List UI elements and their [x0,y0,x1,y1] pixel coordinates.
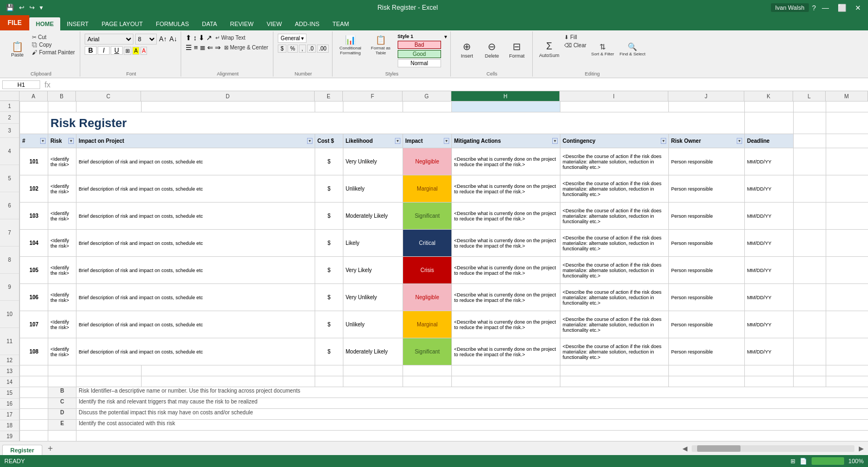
cell-cost-108[interactable]: $ [315,338,343,365]
formula-input[interactable] [55,81,866,88]
page-view-btn[interactable]: 📄 [800,458,807,465]
cell-c1[interactable] [76,102,142,112]
align-left-btn[interactable]: ☰ [186,43,192,52]
cell-l6[interactable] [794,203,826,230]
comma-btn[interactable]: , [299,45,306,53]
scroll-left-btn[interactable]: ◀ [680,445,690,452]
grid-scroll[interactable]: Risk Register # ▾ [20,101,868,441]
align-middle-btn[interactable]: ↕ [193,34,197,42]
cell-impact-level-106[interactable]: Negligible [403,284,452,311]
font-size-select[interactable]: 8 [135,34,157,45]
bad-style-btn[interactable]: Bad [398,41,441,49]
cell-likelihood-105[interactable]: Very Likely [343,257,403,284]
filter-impact-level-btn[interactable]: ▾ [444,138,449,144]
cell-h1[interactable] [452,102,560,112]
tab-formulas[interactable]: FORMULAS [149,17,195,30]
cell-contingency-107[interactable]: <Describe the course of action if the ri… [560,311,669,338]
number-format-dropdown[interactable]: General ▾ [278,34,307,43]
cell-num-108[interactable]: 108 [20,338,48,365]
cell-m3[interactable] [826,134,869,148]
border-btn[interactable]: ⊞ [124,47,131,55]
cell-mitigating-105[interactable]: <Describe what is currently done on the … [452,257,560,284]
cell-a18[interactable] [20,431,48,441]
cell-cost-104[interactable]: $ [315,230,343,257]
align-center-btn[interactable]: ≡ [194,43,198,52]
cell-risk-owner-102[interactable]: Person responsible [669,175,745,203]
col-header-e[interactable]: E [315,91,343,101]
cell-impact-level-108[interactable]: Significant [403,338,452,365]
cell-a2[interactable] [20,112,48,134]
header-deadline[interactable]: Deadline [745,134,794,148]
tab-page-layout[interactable]: PAGE LAYOUT [95,17,149,30]
merge-center-button[interactable]: ⊠ Merge & Center [222,44,270,51]
font-color-btn[interactable]: A [141,47,148,55]
cell-impact-level-103[interactable]: Significant [403,203,452,230]
filter-num-btn[interactable]: ▾ [40,138,46,144]
tab-review[interactable]: REVIEW [224,17,260,30]
cell-l7[interactable] [794,230,826,257]
copy-button[interactable]: ⿻ Copy [30,41,76,48]
cell-l11[interactable] [794,338,826,365]
cell-m11[interactable] [826,338,869,365]
cell-deadline-101[interactable]: MM/DD/YY [745,148,794,175]
close-btn[interactable]: ✕ [852,4,864,12]
cell-likelihood-108[interactable]: Moderately Likely [343,338,403,365]
cell-deadline-103[interactable]: MM/DD/YY [745,203,794,230]
styles-dropdown-btn[interactable]: ▾ [444,34,447,40]
cell-b1[interactable] [48,102,76,112]
cell-title[interactable]: Risk Register [48,112,745,134]
cell-k1[interactable] [745,102,794,112]
header-likelihood[interactable]: Likelihood ▾ [343,134,403,148]
col-header-g[interactable]: G [403,91,451,101]
col-header-j[interactable]: J [668,91,744,101]
add-sheet-btn[interactable]: + [43,442,57,455]
cell-risk-owner-108[interactable]: Person responsible [669,338,745,365]
cell-l1[interactable] [794,102,826,112]
cell-deadline-108[interactable]: MM/DD/YY [745,338,794,365]
cell-b17[interactable]: E [48,420,76,431]
paste-button[interactable]: 📋 Paste [5,34,29,65]
cell-impact-106[interactable]: Brief description of risk and impact on … [76,284,315,311]
cell-impact-level-101[interactable]: Negligible [403,148,452,175]
cell-c16-instr[interactable]: Discuss the potential impact this risk m… [76,409,869,420]
align-right-btn[interactable]: ≣ [200,43,206,52]
sheet-tab-register[interactable]: Register [2,445,42,455]
cell-i1[interactable] [560,102,669,112]
clear-button[interactable]: ⌫ Clear [563,42,588,49]
cell-m7[interactable] [826,230,869,257]
cell-likelihood-101[interactable]: Very Unlikely [343,148,403,175]
cell-m10[interactable] [826,311,869,338]
cell-cost-102[interactable]: $ [315,175,343,203]
cell-num-101[interactable]: 101 [20,148,48,175]
scroll-right-btn[interactable]: ▶ [857,445,866,452]
cell-risk-owner-105[interactable]: Person responsible [669,257,745,284]
cell-impact-101[interactable]: Brief description of risk and impact on … [76,148,315,175]
col-header-d[interactable]: D [141,91,315,101]
filter-impact-btn[interactable]: ▾ [307,138,312,144]
cell-risk-106[interactable]: <Identify the risk> [48,284,76,311]
cell-cost-101[interactable]: $ [315,148,343,175]
cell-risk-102[interactable]: <Identify the risk> [48,175,76,203]
cell-mitigating-104[interactable]: <Describe what is currently done on the … [452,230,560,257]
bold-button[interactable]: B [85,46,97,55]
col-header-f[interactable]: F [343,91,403,101]
cell-num-104[interactable]: 104 [20,230,48,257]
filter-mitigating-btn[interactable]: ▾ [552,138,558,144]
increase-decimal-btn[interactable]: .00 [317,45,329,53]
cell-c15-instr[interactable]: Identify the risk and relevant triggers … [76,398,869,409]
minimize-btn[interactable]: — [819,4,832,12]
cell-l9[interactable] [794,284,826,311]
cell-impact-107[interactable]: Brief description of risk and impact on … [76,311,315,338]
cell-d1[interactable] [142,102,315,112]
cell-risk-owner-101[interactable]: Person responsible [669,148,745,175]
cell-k2[interactable] [745,112,794,134]
cell-num-106[interactable]: 106 [20,284,48,311]
cell-contingency-106[interactable]: <Describe the course of action if the ri… [560,284,669,311]
tab-addins[interactable]: ADD-INS [289,17,326,30]
increase-indent-btn[interactable]: ⇒ [215,43,221,52]
filter-contingency-btn[interactable]: ▾ [661,138,666,144]
cell-e1[interactable] [315,102,343,112]
cell-deadline-107[interactable]: MM/DD/YY [745,311,794,338]
cell-a14[interactable] [20,387,48,398]
zoom-slider[interactable] [812,457,844,465]
